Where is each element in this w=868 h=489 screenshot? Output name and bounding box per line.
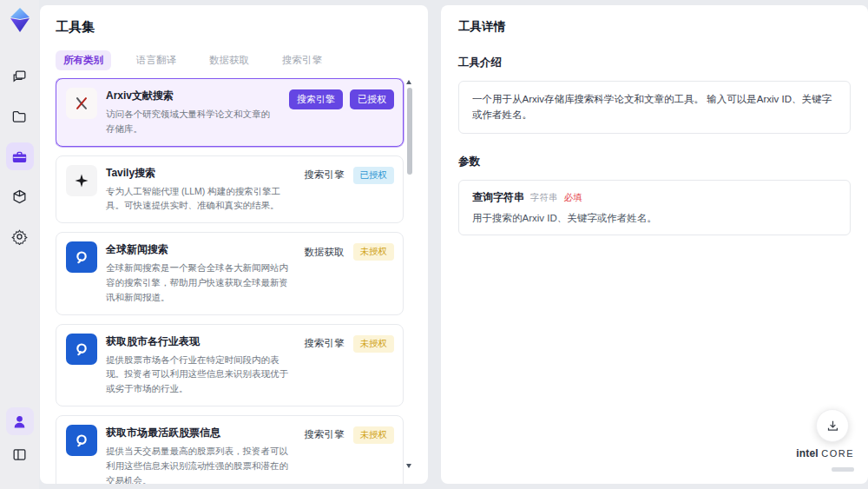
tool-name: 全球新闻搜索 (106, 242, 294, 257)
tool-badges: 搜索引擎 已授权 (305, 167, 395, 184)
tool-list-item[interactable]: Tavily搜索 专为人工智能代理 (LLM) 构建的搜索引擎工具。可快速提供实… (56, 155, 404, 224)
tool-description: 访问各个研究领域大量科学论文和文章的存储库。 (106, 107, 279, 136)
tool-auth-badge: 未授权 (353, 243, 395, 261)
tool-list-panel: 工具集 所有类别 语言翻译 数据获取 搜索引擎 (40, 5, 428, 484)
tool-auth-badge: 已授权 (350, 89, 394, 109)
tool-description: 提供当天交易量最高的股票列表，投资者可以利用这些信息来识别流动性强的股票和潜在的… (106, 444, 294, 484)
tool-info: 全球新闻搜索 全球新闻搜索是一个聚合全球各大新闻网站内容的搜索引擎，帮助用户快速… (106, 241, 294, 304)
sidebar-item-chat[interactable] (6, 63, 34, 90)
intel-core-logo: intel CORE (796, 447, 854, 475)
category-tab[interactable]: 所有类别 (56, 50, 111, 70)
tool-description: 提供股票市场各个行业在特定时间段内的表现。投资者可以利用这些信息来识别表现优于或… (106, 353, 294, 396)
tool-description: 专为人工智能代理 (LLM) 构建的搜索引擎工具。可快速提供实时、准确和真实的结… (106, 184, 294, 214)
tool-badges: 搜索引擎 未授权 (305, 335, 395, 353)
tool-badges: 搜索引擎 已授权 (289, 89, 394, 109)
params-heading: 参数 (458, 155, 851, 169)
tool-category-label: 数据获取 (305, 246, 345, 259)
news-search-icon (66, 241, 97, 273)
tool-list: Arxiv文献搜索 访问各个研究领域大量科学论文和文章的存储库。 搜索引擎 已授… (56, 78, 412, 484)
sidebar-item-files[interactable] (6, 102, 34, 130)
folder-icon (11, 109, 28, 125)
news-search-icon (66, 425, 97, 456)
sparkle-icon (66, 165, 97, 196)
news-search-icon (66, 334, 97, 365)
param-name: 查询字符串 (472, 190, 524, 205)
tool-info: 获取市场最活跃股票信息 提供当天交易量最高的股票列表，投资者可以利用这些信息来识… (106, 425, 294, 484)
param-type: 字符串 (530, 192, 558, 204)
brand-subtext (832, 467, 854, 472)
tool-name: Arxiv文献搜索 (106, 89, 279, 103)
scroll-up-arrow[interactable] (406, 80, 411, 84)
param-required-badge: 必填 (564, 192, 582, 204)
tool-category-label: 搜索引擎 (305, 169, 345, 182)
tool-list-item[interactable]: Arxiv文献搜索 访问各个研究领域大量科学论文和文章的存储库。 搜索引擎 已授… (56, 78, 404, 147)
sidebar-item-profile[interactable] (6, 407, 34, 435)
tool-badges: 数据获取 未授权 (305, 243, 395, 261)
intel-wordmark: intel (796, 447, 819, 459)
detail-title: 工具详情 (458, 19, 851, 35)
arxiv-logo-icon (66, 88, 97, 119)
category-tab[interactable]: 数据获取 (201, 50, 257, 70)
tool-category-label: 搜索引擎 (305, 428, 345, 441)
chat-icon (11, 69, 28, 85)
category-tab[interactable]: 语言翻译 (128, 50, 184, 70)
user-icon (11, 413, 28, 430)
sidebar-item-settings[interactable] (6, 222, 34, 250)
sidebar-item-packages[interactable] (6, 182, 34, 210)
sidebar-item-tools[interactable] (6, 142, 34, 170)
gear-icon (11, 228, 28, 245)
tool-auth-badge: 未授权 (353, 335, 395, 353)
sidebar-rail (0, 0, 39, 489)
tool-info: Arxiv文献搜索 访问各个研究领域大量科学论文和文章的存储库。 (106, 88, 279, 136)
page-title: 工具集 (56, 19, 412, 36)
category-tab[interactable]: 搜索引擎 (274, 50, 330, 70)
tool-category-label: 搜索引擎 (289, 89, 343, 109)
app-window: 工具集 所有类别 语言翻译 数据获取 搜索引擎 (0, 0, 868, 489)
tool-name: 获取股市各行业表现 (106, 334, 294, 349)
cube-icon (11, 188, 28, 205)
tool-list-item[interactable]: 获取市场最活跃股票信息 提供当天交易量最高的股票列表，投资者可以利用这些信息来识… (56, 415, 404, 484)
param-description: 用于搜索的Arxiv ID、关键字或作者姓名。 (472, 212, 837, 225)
tool-detail-panel: 工具详情 工具介绍 一个用于从Arxiv存储库搜索科学论文和文章的工具。 输入可… (441, 5, 868, 484)
intro-box: 一个用于从Arxiv存储库搜索科学论文和文章的工具。 输入可以是Arxiv ID… (458, 81, 851, 134)
scroll-down-arrow[interactable] (406, 464, 411, 468)
sidebar-item-collapse[interactable] (6, 440, 34, 468)
intro-text: 一个用于从Arxiv存储库搜索科学论文和文章的工具。 输入可以是Arxiv ID… (472, 91, 837, 123)
tool-badges: 搜索引擎 未授权 (305, 426, 395, 444)
app-logo-icon[interactable] (8, 7, 32, 33)
tool-list-item[interactable]: 全球新闻搜索 全球新闻搜索是一个聚合全球各大新闻网站内容的搜索引擎，帮助用户快速… (56, 232, 404, 314)
tool-list-scrollbar[interactable] (406, 78, 412, 484)
tool-auth-badge: 已授权 (353, 167, 395, 184)
scrollbar-thumb[interactable] (407, 88, 412, 175)
core-wordmark: CORE (821, 448, 854, 459)
toolbox-icon (11, 149, 28, 165)
tool-category-label: 搜索引擎 (305, 337, 345, 350)
param-header: 查询字符串 字符串 必填 (472, 190, 837, 205)
tool-name: 获取市场最活跃股票信息 (106, 426, 294, 440)
tool-info: Tavily搜索 专为人工智能代理 (LLM) 构建的搜索引擎工具。可快速提供实… (106, 165, 294, 214)
panel-icon (11, 446, 28, 463)
tool-name: Tavily搜索 (106, 166, 294, 181)
intro-heading: 工具介绍 (458, 56, 851, 70)
main-area: 工具集 所有类别 语言翻译 数据获取 搜索引擎 (39, 0, 868, 489)
tool-info: 获取股市各行业表现 提供股票市场各个行业在特定时间段内的表现。投资者可以利用这些… (106, 334, 294, 396)
download-button[interactable] (816, 409, 849, 442)
tool-auth-badge: 未授权 (353, 426, 395, 444)
tool-description: 全球新闻搜索是一个聚合全球各大新闻网站内容的搜索引擎，帮助用户快速获取全球最新资… (106, 261, 294, 304)
category-tabs: 所有类别 语言翻译 数据获取 搜索引擎 (56, 50, 412, 70)
download-icon (825, 419, 840, 433)
tool-list-item[interactable]: 获取股市各行业表现 提供股票市场各个行业在特定时间段内的表现。投资者可以利用这些… (56, 324, 404, 406)
param-box: 查询字符串 字符串 必填 用于搜索的Arxiv ID、关键字或作者姓名。 (458, 180, 851, 235)
